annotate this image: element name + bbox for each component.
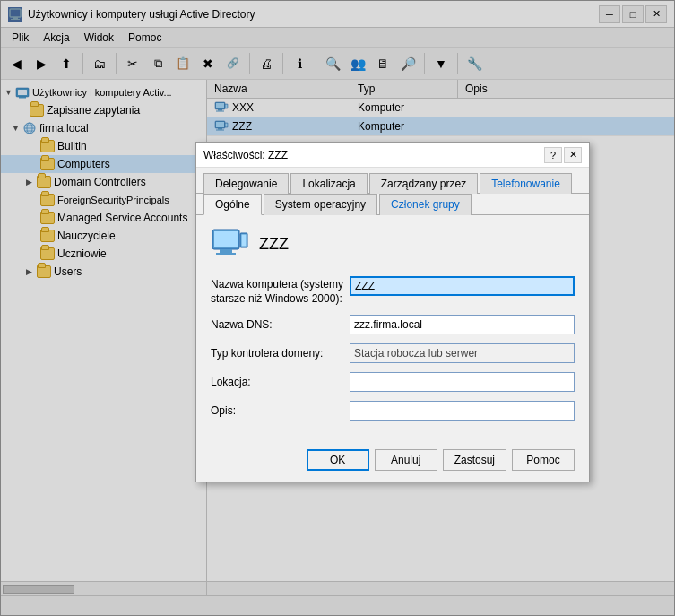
field-label-opis: Opis: bbox=[211, 401, 350, 419]
field-label-shortname: Nazwa komputera (systemy starsze niż Win… bbox=[211, 274, 350, 306]
dialog-computer-name: ZZZ bbox=[259, 235, 289, 254]
dialog-tabs-row2: Ogólne System operacyjny Członek grupy bbox=[196, 194, 589, 215]
dialog-close-button[interactable]: ✕ bbox=[564, 147, 582, 163]
field-input-location[interactable] bbox=[350, 372, 575, 392]
field-row-dns: Nazwa DNS: bbox=[211, 315, 575, 334]
dialog-tabs-row1: Delegowanie Lokalizacja Zarządzany przez… bbox=[196, 168, 589, 194]
field-label-controller: Typ kontrolera domeny: bbox=[211, 343, 350, 361]
tab-czlonek[interactable]: Członek grupy bbox=[379, 194, 472, 215]
dialog-title: Właściwości: ZZZ bbox=[203, 149, 288, 161]
tab-ogolne[interactable]: Ogólne bbox=[203, 194, 262, 215]
computer-header: ZZZ bbox=[211, 228, 575, 260]
svg-rect-26 bbox=[216, 253, 236, 255]
dialog-ok-button[interactable]: OK bbox=[307, 449, 369, 471]
field-input-opis[interactable] bbox=[350, 401, 575, 421]
properties-dialog: Właściwości: ZZZ ? ✕ Delegowanie Lokaliz… bbox=[195, 142, 590, 482]
tab-delegowanie[interactable]: Delegowanie bbox=[203, 173, 289, 194]
dialog-pomoc-button[interactable]: Pomoc bbox=[512, 449, 575, 471]
field-row-controller: Typ kontrolera domeny: bbox=[211, 343, 575, 363]
dialog-content: ZZZ Nazwa komputera (systemy starsze niż… bbox=[196, 215, 589, 442]
field-input-dns[interactable] bbox=[350, 315, 575, 334]
field-input-shortname[interactable] bbox=[350, 276, 575, 296]
dialog-overlay: Właściwości: ZZZ ? ✕ Delegowanie Lokaliz… bbox=[0, 0, 675, 616]
tab-lokalizacja[interactable]: Lokalizacja bbox=[290, 173, 367, 194]
field-row-shortname: Nazwa komputera (systemy starsze niż Win… bbox=[211, 274, 575, 306]
dialog-anuluj-button[interactable]: Anuluj bbox=[375, 449, 437, 471]
field-label-dns: Nazwa DNS: bbox=[211, 315, 350, 333]
dialog-zastosuj-button[interactable]: Zastosuj bbox=[443, 449, 506, 471]
computer-large-icon bbox=[211, 228, 248, 260]
dialog-title-bar: Właściwości: ZZZ ? ✕ bbox=[196, 143, 589, 168]
tab-system[interactable]: System operacyjny bbox=[264, 194, 377, 215]
tab-zarzadzany[interactable]: Zarządzany przez bbox=[369, 173, 478, 194]
svg-rect-28 bbox=[242, 235, 247, 247]
field-input-controller bbox=[350, 343, 575, 363]
dialog-title-controls: ? ✕ bbox=[544, 147, 582, 163]
field-row-opis: Opis: bbox=[211, 401, 575, 421]
field-row-location: Lokacja: bbox=[211, 372, 575, 392]
field-label-location: Lokacja: bbox=[211, 372, 350, 390]
tab-telefonowanie[interactable]: Telefonowanie bbox=[480, 173, 572, 194]
svg-rect-25 bbox=[220, 249, 232, 253]
svg-rect-24 bbox=[214, 231, 238, 247]
dialog-footer: OK Anuluj Zastosuj Pomoc bbox=[196, 442, 589, 482]
dialog-help-button[interactable]: ? bbox=[544, 147, 562, 163]
